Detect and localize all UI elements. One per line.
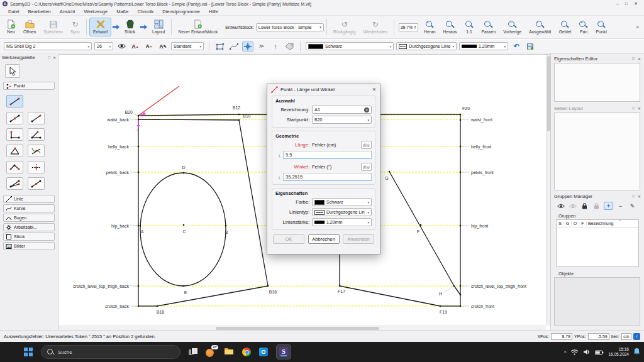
group-kurve[interactable]: Kurve <box>3 204 55 212</box>
lock-group-icon[interactable] <box>580 202 589 210</box>
group-bogen[interactable]: Bogen <box>3 214 55 222</box>
menu-werkzeuge[interactable]: Werkzeuge <box>79 9 112 14</box>
close-panel-icon[interactable]: ✕ <box>638 194 641 199</box>
menu-chronik[interactable]: Chronik <box>133 9 158 14</box>
zoom-heraus-button[interactable]: −Heraus <box>440 18 461 36</box>
dialog-titlebar[interactable]: Punkt - Länge und Winkel ✕ <box>267 84 380 94</box>
group-arbeitsabl[interactable]: Arbeitsabl... <box>3 223 55 231</box>
groups-col-s[interactable]: S <box>557 221 564 226</box>
start-point-select[interactable]: B20 ▾ <box>312 116 372 124</box>
groups-table[interactable]: SGOFBezeichnung^ <box>556 219 639 267</box>
start-button[interactable] <box>24 348 33 356</box>
length-input[interactable]: 9.5 <box>283 151 372 159</box>
insert-value-icon[interactable]: ↓ <box>275 152 283 158</box>
unlock-group-icon[interactable] <box>592 202 601 210</box>
tag-icon[interactable] <box>284 41 295 52</box>
float-panel-icon[interactable]: □ <box>48 55 50 60</box>
zoom-passen-button[interactable]: ▫Passen <box>478 18 500 36</box>
point-name-input[interactable]: A1 ✕ <box>312 106 372 114</box>
draft-mode-button[interactable]: Entwurf <box>89 18 111 36</box>
zoom-percent-spinner[interactable]: 39.7% ▲▼ <box>399 23 418 31</box>
task-view-icon[interactable] <box>189 348 197 356</box>
remove-group-button[interactable]: − <box>616 202 625 210</box>
toolbar-overflow-icon[interactable]: » <box>636 24 641 30</box>
groups-col-bezeichnung[interactable]: Bezeichnung <box>587 221 638 226</box>
dialog-close-icon[interactable]: ✕ <box>372 87 376 92</box>
seamly-taskbar-button[interactable]: S <box>276 344 291 359</box>
zoom-pan-button[interactable]: +Pan <box>575 18 592 36</box>
battery-icon[interactable] <box>595 346 604 358</box>
volume-icon[interactable] <box>583 346 591 358</box>
double-chevron-icon[interactable]: ≫ <box>256 41 267 52</box>
close-panel-icon[interactable]: ✕ <box>638 106 641 111</box>
visibility-eye-icon[interactable] <box>116 41 127 52</box>
blue-undo-icon[interactable]: ↶ <box>511 41 522 52</box>
edit-group-button[interactable]: ✎ <box>628 202 637 210</box>
font-size-select[interactable]: 26 ▾ <box>94 42 113 50</box>
save-button[interactable]: Speichern <box>40 18 67 36</box>
minimize-icon[interactable]: – <box>616 1 619 6</box>
menu-bearbeiten[interactable]: Bearbeiten <box>24 9 55 14</box>
linetype-select[interactable]: Durchgezogene Lin ▾ <box>312 208 372 216</box>
font-increase-button[interactable]: A▲ <box>130 41 141 52</box>
apply-button[interactable]: Anwenden <box>343 234 374 244</box>
notification-bell-icon[interactable] <box>633 346 640 358</box>
chrome-icon[interactable] <box>242 348 251 356</box>
group-stck[interactable]: Stück <box>3 233 55 241</box>
tool-perpendicular[interactable] <box>6 128 23 141</box>
groups-col-f[interactable]: F <box>579 221 587 226</box>
menu-datei[interactable]: Datei <box>4 9 24 14</box>
hide-group-eye-icon[interactable] <box>568 202 577 210</box>
ok-button[interactable]: OK <box>273 234 304 244</box>
menu-dienstprogramme[interactable]: Dienstprogramme <box>158 9 204 14</box>
vertical-scrollbar[interactable] <box>546 55 550 326</box>
save-small-icon[interactable] <box>525 41 536 52</box>
taskbar-search[interactable]: Suche <box>41 345 180 359</box>
open-button[interactable]: Öffnen <box>19 18 40 36</box>
undo-button[interactable]: ↺ Rückgängig <box>330 18 360 36</box>
objects-list[interactable] <box>554 277 640 326</box>
line-type-select[interactable]: Durchgezogene Linie ▾ <box>396 42 457 50</box>
line-color-select[interactable]: Schwarz ▾ <box>306 42 394 50</box>
tool-intersect-xy[interactable] <box>28 161 45 173</box>
close-panel-icon[interactable]: ✕ <box>53 55 56 60</box>
tool-length-angle[interactable] <box>6 95 23 107</box>
tool-normal[interactable] <box>28 112 45 124</box>
cancel-button[interactable]: Abbrechen <box>308 234 340 244</box>
font-decrease-button[interactable]: A▼ <box>143 41 155 52</box>
float-panel-icon[interactable]: □ <box>632 194 635 199</box>
tool-tangent[interactable] <box>28 177 45 190</box>
info-icon[interactable]: i <box>633 333 640 340</box>
wifi-icon[interactable] <box>570 346 579 358</box>
tool-angle[interactable] <box>28 128 45 141</box>
float-panel-icon[interactable]: □ <box>632 57 635 61</box>
angle-input[interactable]: 35.2515 <box>283 173 372 181</box>
tool-bisector[interactable] <box>6 177 23 190</box>
lineweight-select[interactable]: 1.20mm ▾ <box>312 218 372 226</box>
zoom-vorherige-button[interactable]: ←Vorherige <box>499 18 525 36</box>
insert-value-icon[interactable]: ↓ <box>275 174 283 180</box>
tray-chevron-icon[interactable]: ^ <box>564 349 567 355</box>
menu-maße[interactable]: Maße <box>112 9 133 14</box>
length-formula-button[interactable]: f(x) <box>361 141 372 149</box>
weather-widget[interactable]: 18° <box>206 347 216 357</box>
tool-curve-intersect[interactable] <box>28 145 45 157</box>
polygon-nodes-icon[interactable] <box>214 41 226 52</box>
group-punkt[interactable]: Punkt <box>3 82 55 90</box>
file-explorer-icon[interactable] <box>224 346 234 358</box>
angle-formula-button[interactable]: f(x) <box>361 163 372 171</box>
layout-mode-button[interactable]: Layout <box>148 18 169 36</box>
maximize-icon[interactable]: □ <box>625 1 628 6</box>
group-linie[interactable]: Linie <box>3 195 55 203</box>
show-group-eye-icon[interactable] <box>556 202 565 210</box>
tool-shoulder[interactable] <box>6 161 23 173</box>
new-button[interactable]: Neu <box>3 18 19 36</box>
zoom-ausgewhlt-button[interactable]: ▪Ausgewählt <box>525 18 555 36</box>
label-edit-button[interactable]: A✎ <box>157 41 169 52</box>
sync-button[interactable]: ↻ Sync <box>67 18 84 36</box>
horizontal-scrollbar[interactable] <box>58 326 546 330</box>
select-arrow-tool[interactable] <box>5 64 20 78</box>
label-template-select[interactable]: Standard ▾ <box>171 42 204 50</box>
groups-col-o[interactable]: O <box>572 221 579 226</box>
font-select[interactable]: MS Shell Dlg 2 ▾ <box>4 42 92 50</box>
